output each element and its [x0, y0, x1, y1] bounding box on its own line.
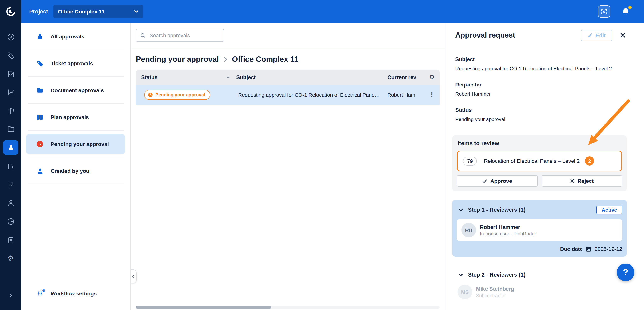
column-subject[interactable]: Subject: [236, 74, 388, 80]
sidebar-item-label: Pending your approval: [51, 141, 109, 147]
edit-button[interactable]: Edit: [581, 30, 612, 41]
sidebar-item-label: Ticket approvals: [51, 60, 93, 66]
clock-icon: [148, 92, 153, 98]
step-1-header[interactable]: Step 1 - Reviewers (1) Active: [457, 204, 622, 215]
field-status: Status Pending your approval: [455, 107, 627, 123]
chevron-down-icon[interactable]: [458, 207, 463, 212]
item-count-badge: 2: [585, 156, 594, 166]
field-value: Pending your approval: [455, 116, 627, 123]
kebab-icon: ⋮: [429, 91, 435, 98]
reject-button-label: Reject: [578, 178, 594, 184]
column-status[interactable]: Status: [141, 74, 158, 80]
project-selector[interactable]: Office Complex 11: [53, 5, 143, 18]
search-box[interactable]: [136, 29, 224, 42]
chevron-right-icon: [8, 293, 13, 298]
pie-chart-icon: [7, 217, 15, 225]
edit-button-label: Edit: [596, 32, 606, 38]
sidebar-item-all-approvals[interactable]: All approvals: [22, 23, 130, 50]
logo-icon: [5, 6, 16, 17]
rail-item-tickets[interactable]: [3, 46, 18, 65]
field-label: Subject: [455, 56, 627, 62]
approve-button[interactable]: Approve: [457, 175, 538, 187]
notification-dot: [628, 6, 632, 9]
clipboard-icon: [7, 236, 15, 244]
planradar-logo[interactable]: [0, 0, 22, 23]
sidebar-item-pending-your-approval[interactable]: Pending your approval: [22, 131, 130, 158]
rail-item-approvals[interactable]: [3, 140, 18, 155]
scrollbar-thumb[interactable]: [136, 306, 271, 309]
clock-icon: [35, 140, 44, 148]
crane-icon: [7, 107, 15, 115]
rail-expand-button[interactable]: [3, 286, 18, 305]
sort-ascending-icon[interactable]: [226, 75, 230, 79]
reviewer-name: Robert Hammer: [480, 224, 536, 230]
step-title: Step 2 - Reviewers (1): [468, 272, 526, 278]
sidebar-item-created-by-you[interactable]: Created by you: [22, 158, 130, 184]
sidebar-item-label: All approvals: [51, 33, 84, 40]
approvals-main: Pending your approval Office Complex 11 …: [130, 23, 445, 310]
person-icon: [7, 199, 15, 207]
rail-item-flags[interactable]: [3, 175, 18, 194]
map-icon: [35, 113, 44, 121]
horizontal-scrollbar[interactable]: [136, 306, 440, 309]
icon-rail: ⚙: [0, 23, 22, 310]
table-row[interactable]: Pending your approval Requesting approva…: [136, 84, 440, 105]
row-actions-button[interactable]: ⋮: [429, 92, 435, 98]
avatar: MS: [458, 285, 472, 299]
rail-item-reports[interactable]: [3, 212, 18, 230]
field-value: Requesting approval for CO-1 Relocation …: [455, 65, 627, 72]
column-current-reviewer[interactable]: Current rev: [388, 74, 424, 80]
search-approvals-input[interactable]: [149, 32, 220, 39]
folder-icon: [35, 86, 44, 94]
step-1-section: Step 1 - Reviewers (1) Active RH Robert …: [452, 200, 627, 257]
rail-item-equipment[interactable]: [3, 101, 18, 120]
approval-request-panel: Approval request Edit Subject Requesting…: [445, 23, 644, 310]
rail-item-statistics[interactable]: [3, 83, 18, 101]
person-icon: [35, 167, 44, 175]
dashboard-icon: [7, 33, 15, 41]
library-icon: [7, 162, 15, 170]
scan-button[interactable]: [598, 5, 610, 18]
rail-item-settings[interactable]: ⚙: [3, 249, 18, 267]
stamp-icon: [7, 143, 15, 151]
chevron-down-icon[interactable]: [458, 272, 463, 277]
chevron-down-icon: [134, 9, 138, 14]
check-icon: [482, 179, 487, 184]
topbar-actions: [598, 5, 644, 18]
step-2-header[interactable]: Step 2 - Reviewers (1): [457, 269, 622, 280]
rail-item-documents[interactable]: [3, 120, 18, 138]
chart-icon: [7, 88, 15, 96]
breadcrumb-parent[interactable]: Pending your approval: [136, 55, 219, 64]
avatar: RH: [462, 223, 476, 237]
rail-item-library[interactable]: [3, 157, 18, 175]
sidebar-item-ticket-approvals[interactable]: Ticket approvals: [22, 50, 130, 77]
sidebar-item-plan-approvals[interactable]: Plan approvals: [22, 104, 130, 131]
sidebar-item-label: Workflow settings: [51, 290, 97, 296]
sidebar-item-workflow-settings[interactable]: ⚙⚙ Workflow settings: [22, 280, 130, 307]
gears-icon: ⚙⚙: [35, 290, 44, 297]
search-icon: [140, 33, 146, 38]
reviewer-name: Mike Steinberg: [476, 286, 514, 292]
field-label: Requester: [455, 81, 627, 88]
sidebar-item-label: Created by you: [51, 168, 89, 174]
rail-item-dashboard[interactable]: [3, 28, 18, 46]
rail-item-tasks[interactable]: [3, 65, 18, 83]
review-item-card[interactable]: 79 Relocation of Electrical Panels – Lev…: [457, 150, 622, 171]
help-button[interactable]: ?: [617, 263, 634, 281]
due-date-row: Due date 2025-12-12: [457, 246, 622, 252]
close-icon[interactable]: [619, 32, 627, 39]
notifications-button[interactable]: [620, 6, 631, 17]
x-icon: [570, 179, 574, 183]
app: Project Office Complex 11: [0, 0, 644, 310]
reviewer-row: MS Mike Steinberg Subcontractor: [457, 285, 622, 299]
reject-button[interactable]: Reject: [542, 175, 622, 187]
field-requester: Requester Robert Hammer: [455, 81, 627, 98]
table-settings-button[interactable]: ⚙: [429, 74, 435, 80]
row-current-reviewer: Robert Ham: [388, 92, 424, 98]
rail-item-contacts[interactable]: [3, 194, 18, 212]
sidebar-item-document-approvals[interactable]: Document approvals: [22, 77, 130, 104]
sidebar-collapse-button[interactable]: [130, 269, 136, 283]
rail-item-checklists[interactable]: [3, 230, 18, 249]
breadcrumb: Pending your approval Office Complex 11: [130, 48, 445, 70]
status-badge: Pending your approval: [144, 90, 210, 100]
